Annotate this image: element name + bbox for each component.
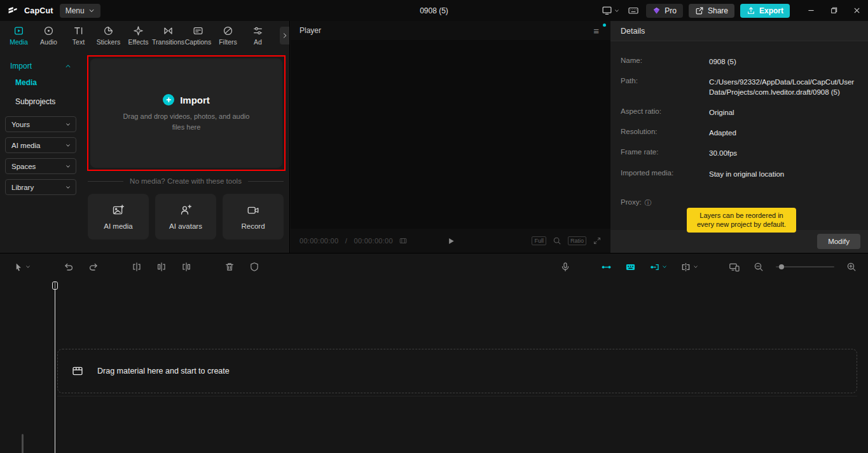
timecode-total: 00:00:00:00	[354, 237, 393, 245]
select-tool-button[interactable]	[13, 261, 32, 273]
detail-row-name: Name: 0908 (5)	[621, 51, 858, 72]
tab-captions[interactable]: Captions	[183, 25, 213, 46]
playhead-handle[interactable]	[52, 281, 58, 290]
sidebar-import-header[interactable]: Import	[5, 58, 76, 73]
clip-options-button[interactable]	[679, 260, 699, 274]
ratio-button[interactable]: Ratio	[568, 236, 586, 246]
tab-filters[interactable]: Filters	[213, 25, 243, 46]
layers-tooltip: Layers can be reordered in every new pro…	[687, 208, 796, 233]
chevron-down-icon	[65, 185, 71, 190]
chevron-down-icon	[88, 8, 95, 14]
chevron-up-icon	[65, 63, 71, 69]
player-viewport[interactable]	[291, 40, 610, 229]
sidebar-dropdown-ai-media[interactable]: AI media	[5, 137, 76, 153]
timeline-drop-area[interactable]: Drag material here and start to create	[57, 349, 857, 393]
more-tabs-button[interactable]	[280, 27, 289, 44]
shortcuts-button[interactable]	[626, 4, 640, 17]
maximize-button[interactable]	[822, 0, 845, 21]
tab-media[interactable]: Media	[4, 25, 34, 46]
magnetic-snap-toggle[interactable]	[600, 260, 613, 274]
play-button[interactable]	[446, 236, 455, 246]
ai-avatars-icon	[179, 204, 192, 217]
share-button[interactable]: Share	[689, 4, 734, 18]
export-button[interactable]: Export	[740, 4, 790, 18]
tools-divider-label: No media? Create with these tools	[130, 177, 242, 185]
sidebar-dropdown-spaces[interactable]: Spaces	[5, 158, 76, 174]
tab-adjustment[interactable]: Ad	[243, 25, 273, 46]
zoom-in-button[interactable]	[845, 260, 858, 273]
menu-button[interactable]: Menu	[60, 4, 100, 18]
timecode-separator: /	[343, 237, 349, 245]
timeline-tracks[interactable]: Drag material here and start to create	[0, 280, 868, 453]
detail-value: Original	[709, 107, 858, 118]
undo-icon	[64, 262, 74, 272]
full-label: Full	[534, 238, 544, 244]
text-tab-icon	[73, 25, 84, 36]
zoom-out-icon	[754, 262, 764, 272]
import-dropzone[interactable]: + Import Drag and drop videos, photos, a…	[90, 58, 282, 168]
timeline-zoom-slider[interactable]	[776, 266, 834, 267]
ratio-label: Ratio	[570, 238, 584, 244]
pro-button[interactable]: Pro	[646, 4, 683, 18]
close-button[interactable]	[845, 0, 868, 21]
tab-effects[interactable]: Effects	[123, 25, 153, 46]
project-title: 0908 (5)	[420, 0, 448, 21]
captions-tab-icon	[193, 25, 203, 36]
link-dots-icon	[601, 262, 612, 273]
full-screen-toggle[interactable]: Full	[532, 236, 546, 246]
minimize-button[interactable]	[799, 0, 822, 21]
sidebar-dropdown-yours[interactable]: Yours	[5, 116, 76, 132]
tab-label: Ad	[254, 38, 262, 46]
chevron-down-icon	[65, 122, 71, 127]
modify-label: Modify	[828, 238, 850, 245]
zoom-out-button[interactable]	[752, 260, 765, 273]
tab-audio[interactable]: Audio	[34, 25, 64, 46]
detail-value: 0908 (5)	[709, 57, 858, 67]
media-sidebar: Import Media Subprojects Yours AI media	[0, 50, 81, 253]
timeline-toolbar	[0, 254, 868, 280]
auto-preview-toggle[interactable]	[648, 260, 668, 274]
info-icon[interactable]: ⓘ	[645, 198, 652, 208]
delete-button[interactable]	[223, 260, 236, 273]
tab-stickers[interactable]: Stickers	[93, 25, 123, 46]
display-mode-button[interactable]	[600, 4, 621, 17]
modify-button[interactable]: Modify	[817, 234, 860, 249]
detail-label: Aspect ratio:	[621, 107, 709, 118]
expand-player-button[interactable]	[593, 236, 602, 245]
tab-label: Audio	[40, 38, 57, 46]
record-tool-button[interactable]: Record	[223, 194, 284, 240]
details-body: Name: 0908 (5) Path: C:/Users/92332/AppD…	[610, 41, 868, 230]
preview-zoom-button[interactable]	[553, 236, 561, 245]
linking-toggle[interactable]	[624, 260, 637, 274]
tab-text[interactable]: Text	[64, 25, 93, 46]
clip-brackets-icon	[680, 262, 691, 273]
ai-media-tool-button[interactable]: AI media	[88, 194, 149, 240]
voiceover-button[interactable]	[559, 260, 572, 273]
tab-transitions[interactable]: Transitions	[153, 25, 183, 46]
tab-label: Transitions	[152, 38, 184, 46]
redo-button[interactable]	[87, 260, 100, 273]
sidebar-item-subprojects[interactable]: Subprojects	[5, 92, 76, 111]
chevron-down-icon	[25, 264, 31, 269]
undo-button[interactable]	[62, 260, 75, 273]
sidebar-dropdown-library[interactable]: Library	[5, 179, 76, 195]
chevron-down-icon	[614, 8, 619, 13]
player-menu-button[interactable]: ≡	[591, 25, 602, 37]
duration-settings-button[interactable]	[397, 235, 409, 247]
duration-settings-icon	[399, 236, 408, 245]
mask-button[interactable]	[248, 260, 261, 273]
delete-right-icon	[181, 262, 191, 272]
zoom-slider-knob[interactable]	[779, 264, 784, 269]
detail-label: Resolution:	[621, 128, 709, 138]
sidebar-item-media[interactable]: Media	[5, 73, 76, 92]
delete-right-button[interactable]	[180, 260, 193, 273]
detail-label: Imported media:	[621, 169, 709, 179]
details-panel: Details Name: 0908 (5) Path: C:/Users/92…	[610, 21, 868, 253]
split-button[interactable]	[130, 260, 143, 273]
detail-value: Adapted	[709, 128, 858, 138]
timeline-scrollbar-thumb[interactable]	[22, 434, 24, 453]
delete-left-button[interactable]	[155, 260, 168, 273]
device-preview-button[interactable]	[727, 260, 741, 274]
ai-avatars-tool-button[interactable]: AI avatars	[155, 194, 216, 240]
tab-label: Effects	[128, 38, 149, 46]
